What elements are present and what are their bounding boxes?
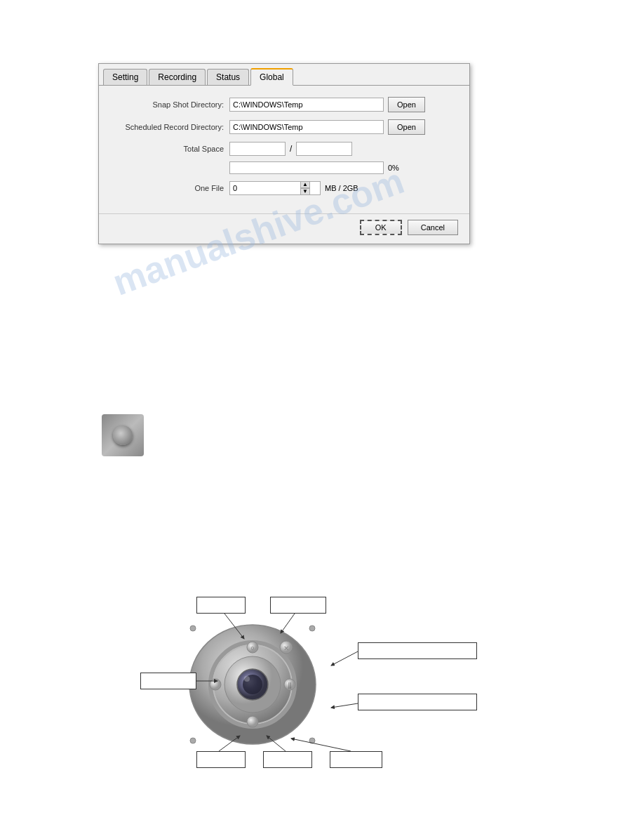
label-box-bottom-left bbox=[196, 751, 246, 768]
small-icon-inner bbox=[113, 425, 133, 445]
tab-global[interactable]: Global bbox=[250, 68, 293, 86]
scheduled-record-input[interactable] bbox=[229, 120, 384, 134]
progress-pct: 0% bbox=[388, 164, 399, 172]
label-box-left bbox=[140, 673, 196, 689]
label-box-right-top bbox=[358, 642, 477, 659]
tab-status[interactable]: Status bbox=[207, 69, 249, 85]
svg-point-16 bbox=[309, 626, 315, 631]
svg-point-11 bbox=[210, 679, 221, 690]
total-space-input1[interactable] bbox=[229, 142, 286, 156]
dialog-body: Snap Shot Directory: Open Scheduled Reco… bbox=[99, 86, 469, 211]
progress-bar bbox=[229, 161, 384, 174]
svg-point-15 bbox=[190, 626, 196, 631]
svg-text:✕: ✕ bbox=[283, 644, 289, 652]
total-space-row: Total Space / bbox=[110, 142, 458, 156]
snap-shot-open-button[interactable]: Open bbox=[388, 97, 425, 112]
scheduled-record-label: Scheduled Record Directory: bbox=[110, 123, 229, 131]
svg-point-17 bbox=[190, 738, 196, 743]
snap-shot-label: Snap Shot Directory: bbox=[110, 100, 229, 109]
scheduled-record-row: Scheduled Record Directory: Open bbox=[110, 119, 458, 135]
one-file-row: One File ▲ ▼ MB / 2GB bbox=[110, 181, 458, 195]
progress-row: 0% bbox=[229, 161, 458, 174]
label-box-right-bottom bbox=[358, 694, 477, 710]
svg-text:||: || bbox=[288, 682, 292, 689]
camera-svg-wrap: ○ || ✕ bbox=[182, 618, 323, 753]
label-box-top-right bbox=[270, 597, 326, 614]
spinner-up[interactable]: ▲ bbox=[300, 181, 310, 188]
svg-point-6 bbox=[244, 676, 250, 682]
tab-bar: Setting Recording Status Global bbox=[99, 64, 469, 86]
dialog: Setting Recording Status Global Snap Sho… bbox=[98, 63, 470, 244]
one-file-label: One File bbox=[110, 184, 229, 192]
total-space-sep: / bbox=[290, 144, 292, 154]
dialog-footer: OK Cancel bbox=[99, 213, 469, 244]
snap-shot-row: Snap Shot Directory: Open bbox=[110, 97, 458, 112]
svg-point-18 bbox=[309, 738, 315, 743]
svg-text:○: ○ bbox=[250, 644, 254, 651]
label-box-bottom-right bbox=[330, 751, 382, 768]
camera-svg: ○ || ✕ bbox=[182, 618, 323, 751]
ok-button[interactable]: OK bbox=[360, 220, 402, 235]
mb-2gb-label: MB / 2GB bbox=[325, 184, 358, 192]
svg-line-23 bbox=[331, 703, 358, 708]
small-icon-box bbox=[102, 414, 144, 456]
tab-recording[interactable]: Recording bbox=[149, 69, 206, 85]
camera-diagram: ○ || ✕ bbox=[140, 590, 505, 814]
svg-line-21 bbox=[331, 651, 358, 666]
total-space-label: Total Space bbox=[110, 145, 229, 153]
svg-point-12 bbox=[247, 716, 258, 727]
one-file-input[interactable] bbox=[230, 182, 300, 194]
label-box-bottom-center bbox=[263, 751, 312, 768]
one-file-input-wrap: ▲ ▼ bbox=[229, 181, 321, 195]
cancel-button[interactable]: Cancel bbox=[408, 220, 458, 235]
scheduled-record-open-button[interactable]: Open bbox=[388, 119, 425, 135]
snap-shot-input[interactable] bbox=[229, 98, 384, 112]
total-space-input2[interactable] bbox=[296, 142, 352, 156]
label-box-top-left bbox=[196, 597, 246, 614]
spinner-buttons: ▲ ▼ bbox=[300, 181, 310, 195]
tab-setting[interactable]: Setting bbox=[103, 69, 147, 85]
spinner-down[interactable]: ▼ bbox=[300, 188, 310, 195]
